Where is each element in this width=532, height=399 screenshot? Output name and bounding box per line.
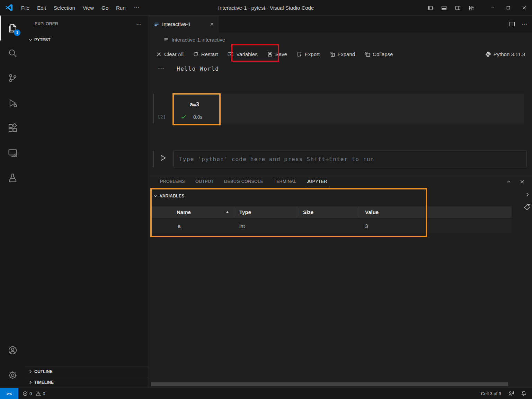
collapse-label: Collapse <box>373 51 393 57</box>
run-debug-icon <box>8 98 17 108</box>
close-window-button[interactable] <box>516 0 532 16</box>
restart-button[interactable]: Restart <box>193 51 218 57</box>
minimize-button[interactable] <box>484 0 500 16</box>
sidebar-header: EXPLORER ⋯ <box>25 16 149 32</box>
chevron-down-icon <box>153 193 158 199</box>
split-editor-icon[interactable] <box>509 21 515 27</box>
python-code-input[interactable] <box>173 151 527 167</box>
tab-close-icon[interactable] <box>209 21 215 27</box>
sidebar-section-outline[interactable]: OUTLINE <box>25 366 149 377</box>
tag-icon[interactable] <box>524 204 531 211</box>
restart-label: Restart <box>201 51 218 57</box>
execution-count: [2] <box>158 114 166 119</box>
variables-section-header[interactable]: VARIABLES <box>149 190 522 201</box>
tab-interactive-1[interactable]: Interactive-1 <box>149 16 219 33</box>
menu-selection[interactable]: Selection <box>50 0 79 16</box>
sort-ascending-icon <box>225 210 230 214</box>
panel-chevron-right-icon[interactable] <box>524 192 531 198</box>
column-header-value[interactable]: Value <box>359 206 512 218</box>
feedback-icon[interactable] <box>508 391 514 397</box>
column-header-type[interactable]: Type <box>234 206 297 218</box>
editor-more-icon[interactable]: ⋯ <box>521 20 527 28</box>
column-label: Size <box>303 209 313 215</box>
menu-go[interactable]: Go <box>98 0 112 16</box>
code-cell[interactable] <box>173 94 524 123</box>
activity-remote-explorer[interactable] <box>0 140 25 165</box>
collapse-button[interactable]: Collapse <box>364 51 393 57</box>
tab-jupyter[interactable]: JUPYTER <box>307 175 327 188</box>
export-button[interactable]: Export <box>296 51 320 57</box>
activity-settings[interactable] <box>0 363 25 388</box>
activity-explorer[interactable]: 1 <box>0 16 25 41</box>
activity-search[interactable] <box>0 41 25 65</box>
layout-customize-icon[interactable] <box>465 0 479 16</box>
panel-maximize-icon[interactable] <box>506 179 512 185</box>
chevron-right-icon <box>28 369 33 374</box>
chevron-right-icon <box>28 380 33 385</box>
input-gutter-bar <box>153 151 154 167</box>
variable-name: a <box>151 219 234 232</box>
cell-code[interactable]: a=3 <box>190 101 199 108</box>
breadcrumb[interactable]: Interactive-1.interactive <box>149 33 532 46</box>
cell-more-icon[interactable]: ⋯ <box>158 64 164 72</box>
python-interpreter-button[interactable]: Python 3.11.3 <box>485 51 525 57</box>
restart-icon <box>193 51 199 57</box>
activity-source-control[interactable] <box>0 65 25 90</box>
remote-explorer-icon <box>8 148 17 158</box>
column-header-name[interactable]: Name <box>151 206 234 218</box>
cell-output-text: Hello World <box>177 65 219 72</box>
expand-button[interactable]: Expand <box>329 51 355 57</box>
activity-run-debug[interactable] <box>0 90 25 115</box>
variables-section-label: VARIABLES <box>160 194 184 198</box>
menu-run[interactable]: Run <box>112 0 130 16</box>
menu-more-icon[interactable]: ⋯ <box>130 5 144 11</box>
menu-edit[interactable]: Edit <box>33 0 50 16</box>
cell-status[interactable]: Cell 3 of 3 <box>481 391 501 396</box>
save-button[interactable]: Save <box>267 51 287 57</box>
clear-all-button[interactable]: Clear All <box>156 51 184 57</box>
section-label: OUTLINE <box>34 369 53 374</box>
variables-label: Variables <box>236 51 257 57</box>
sidebar-more-icon[interactable]: ⋯ <box>136 21 142 27</box>
activity-testing[interactable] <box>0 165 25 190</box>
section-label: TIMELINE <box>34 380 54 385</box>
tab-debug-console[interactable]: DEBUG CONSOLE <box>224 175 263 188</box>
sidebar-section-pytest[interactable]: PYTEST <box>25 35 149 45</box>
maximize-button[interactable] <box>500 0 516 16</box>
interactive-file-icon <box>154 21 159 27</box>
bell-icon[interactable] <box>521 391 526 396</box>
account-icon <box>8 346 17 355</box>
cell-duration: 0.0s <box>193 114 202 120</box>
menu-file[interactable]: File <box>17 0 33 16</box>
layout-panel-icon[interactable] <box>437 0 451 16</box>
window-controls <box>423 0 532 16</box>
variable-row[interactable]: a int 3 <box>151 219 512 232</box>
chevron-down-icon <box>28 37 33 43</box>
tab-problems[interactable]: PROBLEMS <box>160 175 185 188</box>
remote-indicator[interactable]: >< <box>0 388 18 399</box>
problems-status[interactable]: 0 0 <box>23 391 45 396</box>
layout-sidebar-right-icon[interactable] <box>451 0 465 16</box>
panel-tab-bar: PROBLEMS OUTPUT DEBUG CONSOLE TERMINAL J… <box>160 175 327 188</box>
menu-view[interactable]: View <box>79 0 98 16</box>
tab-terminal[interactable]: TERMINAL <box>274 175 296 188</box>
panel-horizontal-scrollbar[interactable] <box>151 382 508 386</box>
tab-output[interactable]: OUTPUT <box>195 175 214 188</box>
variable-size <box>297 219 359 232</box>
search-icon <box>8 48 17 58</box>
activity-account[interactable] <box>0 338 25 363</box>
column-header-size[interactable]: Size <box>297 206 359 218</box>
variables-table-header: Name Type Size Value <box>151 206 512 218</box>
activity-extensions[interactable] <box>0 115 25 140</box>
editor-tab-bar: Interactive-1 <box>149 16 532 33</box>
save-label: Save <box>275 51 287 57</box>
run-cell-icon[interactable] <box>159 154 167 162</box>
panel-close-icon[interactable] <box>519 179 525 185</box>
layout-sidebar-left-icon[interactable] <box>423 0 437 16</box>
status-bar-right: Cell 3 of 3 <box>481 391 526 397</box>
variables-button[interactable]: (x) Variables <box>227 51 257 57</box>
vscode-window: File Edit Selection View Go Run ⋯ Intera… <box>0 0 532 399</box>
sidebar-section-timeline[interactable]: TIMELINE <box>25 377 149 388</box>
interactive-file-icon <box>163 37 169 42</box>
python-icon <box>485 51 491 57</box>
